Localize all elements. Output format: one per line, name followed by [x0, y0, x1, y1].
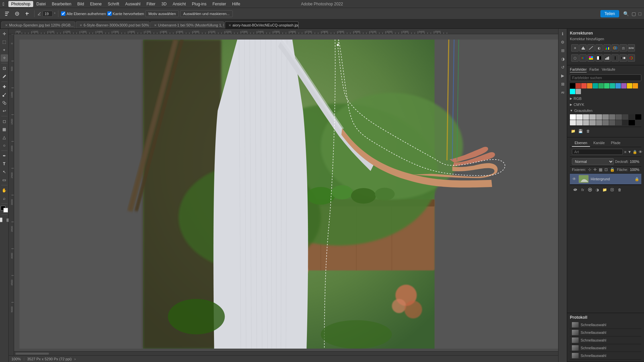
crop-tool[interactable]: ⊡ — [1, 65, 8, 72]
shape-tool[interactable]: ▭ — [1, 176, 8, 184]
swatch-blue[interactable] — [615, 83, 621, 88]
menu-hilfe[interactable]: Hilfe — [229, 1, 243, 7]
gradient-tool[interactable]: ▦ — [1, 126, 8, 133]
channel-mixer-icon[interactable] — [579, 54, 587, 62]
zoom-tool[interactable]: ⌕ — [1, 195, 8, 202]
swatch-cyan[interactable] — [570, 89, 575, 94]
swatch-green-light[interactable] — [604, 83, 609, 88]
layers-filter-input[interactable] — [572, 149, 623, 155]
swatch-red-dark[interactable] — [576, 83, 581, 88]
layer-hintergrund[interactable]: 👁 Hintergrund 🔒 — [570, 174, 641, 185]
swatch-red[interactable] — [581, 83, 587, 88]
layer-delete-btn[interactable]: 🗑 — [616, 186, 623, 193]
menu-ebene[interactable]: Ebene — [88, 1, 105, 7]
horizontal-scrollbar[interactable] — [14, 351, 558, 355]
menu-datei[interactable]: Datei — [34, 1, 49, 7]
gs-70[interactable] — [589, 114, 595, 120]
panel-nav-icon[interactable]: ⊠ — [559, 80, 567, 88]
menu-filter[interactable]: Filter — [144, 1, 158, 7]
fix-artboard-icon[interactable]: ⊡ — [604, 167, 608, 172]
fix-lock-all-icon[interactable]: 🔒 — [610, 167, 615, 172]
posterize-icon[interactable] — [603, 54, 611, 62]
fix-position-icon[interactable]: ⊹ — [588, 167, 591, 172]
swatches-save-icon[interactable]: 💾 — [577, 128, 584, 134]
hscroll-thumb[interactable] — [15, 353, 49, 355]
layer-adj-btn[interactable]: ◑ — [594, 186, 601, 193]
gs-white[interactable] — [570, 114, 576, 120]
menu-plugins[interactable]: Plug-ins — [189, 1, 209, 7]
sample-all-checkbox[interactable] — [61, 11, 65, 16]
tab-kanaele[interactable]: Kanäle — [591, 139, 607, 147]
layer-mask-btn[interactable] — [587, 186, 593, 193]
layer-visibility-filter-icon[interactable]: 👁 — [639, 148, 642, 155]
layer-filter-icon[interactable]: ▼ — [628, 148, 631, 155]
photo-filter-icon[interactable]: ⬡ — [571, 54, 579, 62]
swatch-teal[interactable] — [593, 83, 598, 88]
toolbar-search-icon[interactable]: 🔍 — [623, 11, 629, 16]
gs-r9[interactable] — [622, 120, 628, 125]
fill-value[interactable]: 100% — [630, 168, 639, 172]
gs-40[interactable] — [609, 114, 615, 120]
subject-select-btn[interactable]: Motiv auswählen — [145, 10, 179, 17]
gs-black[interactable] — [635, 114, 641, 120]
invert-icon[interactable] — [595, 54, 603, 62]
layer-lock-filter-icon[interactable]: 🔒 — [633, 148, 637, 155]
eraser-tool[interactable]: ◻ — [1, 118, 8, 125]
color-search-input[interactable] — [570, 74, 641, 81]
bw-icon[interactable]: B/W — [628, 44, 635, 52]
tab-4-close[interactable]: ✕ — [228, 23, 231, 27]
pen-tool[interactable]: ✒ — [1, 152, 8, 160]
swatch-orange2[interactable] — [633, 83, 638, 88]
gs-r4[interactable] — [589, 120, 595, 125]
clone-tool[interactable] — [1, 99, 8, 107]
vibrance-icon[interactable] — [603, 44, 611, 52]
swatch-orange[interactable] — [587, 83, 592, 88]
gs-r7[interactable] — [609, 120, 615, 125]
move-tool[interactable]: ✛ — [1, 30, 8, 38]
healing-tool[interactable]: ✚ — [1, 83, 8, 90]
graustufen-group-header[interactable]: ▼ Graustufen — [570, 108, 641, 114]
gs-10[interactable] — [629, 114, 635, 120]
menu-schrift[interactable]: Schrift — [105, 1, 122, 7]
layer-folder-btn[interactable]: 📁 — [601, 186, 608, 193]
selection-tool[interactable]: ⬚ — [1, 38, 8, 46]
tab-ebenen[interactable]: Ebenen — [572, 139, 590, 147]
gs-50[interactable] — [602, 114, 608, 120]
eyedropper-tool[interactable] — [1, 73, 8, 80]
panel-layers-icon[interactable]: ⊞ — [559, 47, 567, 54]
threshold-icon[interactable] — [611, 54, 619, 62]
menu-fenster[interactable]: Fenster — [210, 1, 229, 7]
tab-2[interactable]: ✕ 6-Style-Banner-3000x3000.psd bei 50% (… — [76, 21, 150, 28]
gs-r10[interactable] — [629, 120, 635, 125]
panel-adj-icon[interactable]: ◑ — [559, 55, 567, 63]
tab-2-close[interactable]: ✕ — [79, 23, 82, 27]
gs-r8[interactable] — [615, 120, 622, 125]
gs-r5[interactable] — [596, 120, 602, 125]
history-item-4[interactable]: Schnellauswahl — [570, 344, 641, 352]
menu-3d[interactable]: 3D — [159, 1, 169, 7]
brush-tool[interactable] — [1, 91, 8, 99]
gs-30[interactable] — [615, 114, 622, 120]
share-button[interactable]: Teilen — [600, 10, 619, 17]
rgb-group-header[interactable]: ▶ RGB — [570, 96, 641, 102]
toolbar-tool-btn-3[interactable] — [23, 10, 32, 17]
apple-logo[interactable]:  — [3, 1, 4, 7]
cmyk-group-header[interactable]: ▶ CMYK — [570, 102, 641, 108]
tab-3-close[interactable]: ✕ — [154, 23, 157, 27]
history-item-5[interactable]: Schnellauswahl — [570, 352, 641, 360]
fix-transform-icon[interactable]: ✛ — [593, 167, 597, 172]
toolbar-window-icon[interactable]: ▢ — [632, 11, 636, 16]
color-lookup-icon[interactable] — [587, 54, 595, 62]
menu-bild[interactable]: Bild — [75, 1, 87, 7]
layer-type-icon[interactable]: ≡ — [624, 148, 626, 155]
gs-r3[interactable] — [583, 120, 589, 125]
dodge-tool[interactable]: ○ — [1, 142, 8, 149]
hand-tool[interactable]: ✋ — [1, 187, 8, 194]
blur-tool[interactable]: △ — [1, 134, 8, 141]
swatches-delete-icon[interactable]: 🗑 — [585, 128, 591, 134]
toolbar-tool-btn-2[interactable] — [13, 10, 21, 17]
tab-1[interactable]: ✕ Mockup-Spenden.jpg bei 120% (RGB... — [1, 21, 75, 28]
swatch-gray[interactable] — [576, 89, 581, 94]
edge-highlight-checkbox[interactable] — [107, 11, 112, 16]
color-swatches-widget[interactable] — [1, 206, 8, 213]
